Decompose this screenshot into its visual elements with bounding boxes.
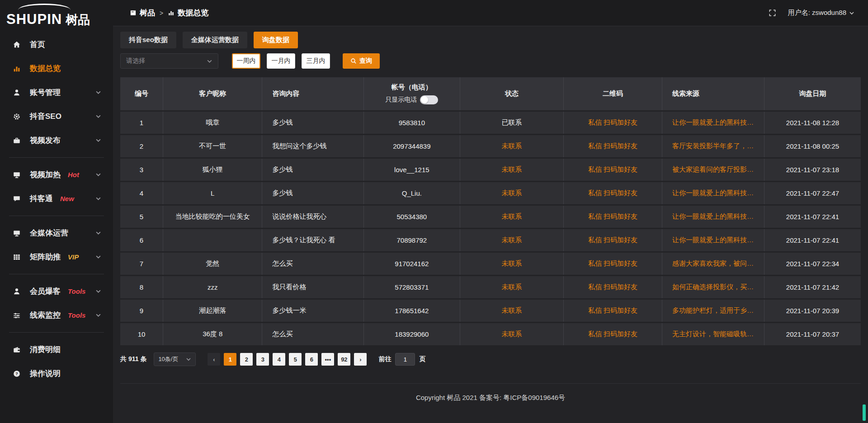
vip-badge: VIP: [68, 253, 79, 261]
tab-douyin-seo-data[interactable]: 抖音seo数据: [120, 32, 176, 48]
page-number-button[interactable]: 6: [305, 353, 318, 366]
sidebar-item-account-mgmt[interactable]: 账号管理: [0, 80, 113, 104]
goto-prefix-label: 前往: [378, 355, 391, 363]
sidebar-item-member-burst[interactable]: 会员爆客 Tools: [0, 279, 113, 303]
range-button-month[interactable]: 一月内: [267, 53, 295, 69]
sidebar-item-lead-monitor[interactable]: 线索监控 Tools: [0, 303, 113, 327]
phone-only-toggle[interactable]: [420, 95, 438, 104]
lead-source-link[interactable]: 让你一眼就爱上的黑科技，能...: [662, 112, 764, 134]
search-button[interactable]: 查询: [343, 53, 380, 69]
sidebar: SHUPIN 树品 首页 数据总览 账号管理 抖音SEO: [0, 0, 113, 423]
sidebar-item-video-publish[interactable]: 视频发布: [0, 128, 113, 152]
page-number-button[interactable]: 3: [256, 353, 269, 366]
user-menu[interactable]: 用户名: zswodun88: [788, 9, 854, 17]
lead-source-link[interactable]: 多功能护栏灯，适用于乡村文...: [662, 300, 764, 322]
qr-add-friend-link[interactable]: 私信 扫码加好友: [564, 112, 662, 134]
cell-inquiry: 我想问这个多少钱: [262, 135, 363, 157]
qr-add-friend-link[interactable]: 私信 扫码加好友: [564, 276, 662, 298]
sidebar-item-data-overview[interactable]: 数据总览: [0, 56, 113, 80]
sidebar-item-douyin-seo[interactable]: 抖音SEO: [0, 104, 113, 128]
topbar-right: 用户名: zswodun88: [769, 9, 854, 17]
copyright-text: Copyright 树品 2021 备案号: 粤ICP备09019646号: [416, 394, 565, 401]
sidebar-item-label: 矩阵助推: [30, 252, 61, 262]
toggle-knob: [421, 96, 428, 103]
user-icon: [13, 89, 21, 97]
lead-source-link[interactable]: 被大家追着问的客厅投影分享...: [662, 159, 764, 181]
cell-id: 6: [120, 229, 163, 251]
bar-chart-icon: [13, 65, 21, 73]
search-icon: [350, 58, 357, 64]
lead-source-link[interactable]: 无主灯设计，智能磁吸轨道灯...: [662, 323, 764, 345]
chevron-down-icon: [95, 196, 101, 202]
cell-nickname: 觉然: [163, 253, 262, 275]
qr-add-friend-link[interactable]: 私信 扫码加好友: [564, 182, 662, 204]
chevron-down-icon: [95, 288, 101, 294]
qr-add-friend-link[interactable]: 私信 扫码加好友: [564, 135, 662, 157]
page-number-button[interactable]: 2: [240, 353, 253, 366]
tab-omnimedia-data[interactable]: 全媒体运营数据: [183, 32, 247, 48]
prev-page-button[interactable]: ‹: [208, 353, 220, 366]
page-size-label: 10条/页: [158, 355, 178, 363]
side-widget-bar[interactable]: [863, 404, 866, 421]
qr-add-friend-link[interactable]: 私信 扫码加好友: [564, 229, 662, 251]
lead-source-link[interactable]: 客厅安装投影半年多了，真实...: [662, 135, 764, 157]
next-page-button[interactable]: ›: [354, 353, 367, 366]
lead-source-link[interactable]: 让你一眼就爱上的黑科技，能...: [662, 229, 764, 251]
page-ellipsis-button[interactable]: •••: [321, 353, 334, 366]
status-badge: 未联系: [460, 159, 564, 181]
qr-add-friend-link[interactable]: 私信 扫码加好友: [564, 253, 662, 275]
sidebar-divider: [9, 216, 104, 216]
sidebar-item-omnimedia[interactable]: 全媒体运营: [0, 221, 113, 245]
logo-text-en: SHUPIN: [6, 12, 62, 26]
phone-toggle-label: 只显示电话: [385, 96, 417, 104]
total-count-label: 共 911 条: [120, 355, 146, 363]
lead-source-link[interactable]: 如何正确选择投影仪，买投影...: [662, 276, 764, 298]
page-number-button[interactable]: 1: [224, 353, 236, 366]
col-source: 线索来源: [662, 77, 764, 110]
lead-source-link[interactable]: 感谢大家喜欢我家，被问了好...: [662, 253, 764, 275]
data-tabs: 抖音seo数据 全媒体运营数据 询盘数据: [120, 32, 861, 48]
breadcrumb-current: 数据总览: [168, 8, 208, 18]
status-badge: 未联系: [460, 135, 564, 157]
breadcrumb: 树品 > 数据总览: [130, 8, 208, 18]
range-button-quarter[interactable]: 三月内: [302, 53, 330, 69]
lead-source-link[interactable]: 让你一眼就爱上的黑科技，能...: [662, 182, 764, 204]
tab-inquiry-data[interactable]: 询盘数据: [254, 32, 298, 48]
sidebar-item-video-heat[interactable]: 视频加热 Hot: [0, 163, 113, 187]
table-row: 9潮起潮落多少钱一米178651642未联系私信 扫码加好友多功能护栏灯，适用于…: [120, 300, 861, 322]
page-number-button[interactable]: 4: [273, 353, 285, 366]
sidebar-item-consume-detail[interactable]: 消费明细: [0, 338, 113, 362]
lead-source-link[interactable]: 让你一眼就爱上的黑科技，能...: [662, 206, 764, 228]
sidebar-item-matrix-boost[interactable]: 矩阵助推 VIP: [0, 245, 113, 269]
breadcrumb-home[interactable]: 树品: [130, 8, 155, 18]
table-header: 编号 客户昵称 咨询内容 帐号（电话） 只显示电话 状态 二维码 线索来源: [120, 77, 861, 110]
filter-select[interactable]: 请选择: [120, 53, 218, 69]
cell-inquiry: 多少钱一米: [262, 300, 363, 322]
cell-inquiry-date: 2021-11-08 00:25: [764, 135, 861, 157]
qr-add-friend-link[interactable]: 私信 扫码加好友: [564, 206, 662, 228]
footer: Copyright 树品 2021 备案号: 粤ICP备09019646号: [120, 383, 861, 402]
page-number-button[interactable]: 5: [289, 353, 302, 366]
sidebar-item-douketong[interactable]: 抖客通 New: [0, 187, 113, 211]
cell-inquiry-date: 2021-11-07 22:34: [764, 253, 861, 275]
chevron-down-icon: [95, 137, 101, 143]
sidebar-item-label: 账号管理: [30, 87, 61, 98]
page-size-select[interactable]: 10条/页: [154, 352, 196, 366]
table-row: 1036度 8怎么买183929060未联系私信 扫码加好友无主灯设计，智能磁吸…: [120, 323, 861, 345]
cell-account: 178651642: [364, 300, 460, 322]
sidebar-item-label: 首页: [30, 39, 45, 50]
goto-page-input[interactable]: [395, 353, 415, 366]
page-number-button[interactable]: 92: [338, 353, 350, 366]
cell-account: 183929060: [364, 323, 460, 345]
sidebar-item-label: 视频加热: [30, 169, 61, 180]
sidebar-item-help[interactable]: ? 操作说明: [0, 362, 113, 385]
qr-add-friend-link[interactable]: 私信 扫码加好友: [564, 300, 662, 322]
qr-add-friend-link[interactable]: 私信 扫码加好友: [564, 159, 662, 181]
qr-add-friend-link[interactable]: 私信 扫码加好友: [564, 323, 662, 345]
range-button-week[interactable]: 一周内: [232, 53, 260, 69]
cell-inquiry: 我只看价格: [262, 276, 363, 298]
fullscreen-icon[interactable]: [769, 9, 776, 17]
username-label: 用户名: zswodun88: [788, 9, 846, 17]
sidebar-item-home[interactable]: 首页: [0, 33, 113, 56]
sidebar-divider: [9, 332, 104, 333]
